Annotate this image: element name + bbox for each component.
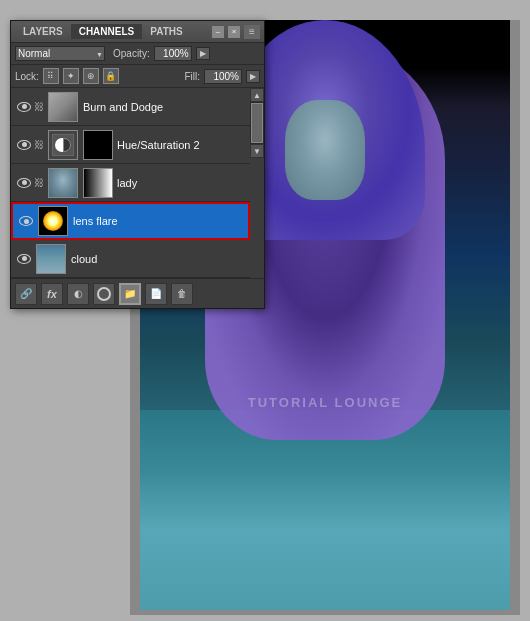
- eye-pupil: [22, 180, 27, 185]
- layer-thumb-cloud: [36, 244, 66, 274]
- water-layer: [140, 410, 510, 610]
- adjustment-layer-btn[interactable]: ◐: [67, 283, 89, 305]
- eye-pupil: [24, 219, 29, 224]
- thumb-cloud-visual: [37, 245, 65, 273]
- thumb-lady-visual: [49, 169, 77, 197]
- visibility-icon-hue[interactable]: [15, 136, 33, 154]
- lock-position-btn[interactable]: ✦: [63, 68, 79, 84]
- tab-channels[interactable]: CHANNELS: [71, 24, 143, 39]
- lock-label: Lock:: [15, 71, 39, 82]
- mask-grad-visual: [84, 169, 112, 197]
- delete-layer-btn[interactable]: 🗑: [171, 283, 193, 305]
- layer-item-burn-and-dodge[interactable]: ⛓ Burn and Dodge: [11, 88, 250, 126]
- layer-name-lens: lens flare: [71, 215, 244, 227]
- adjustment-icon: ◐: [74, 288, 83, 299]
- panel-titlebar: LAYERS CHANNELS PATHS – × ≡: [11, 21, 264, 43]
- link-layers-btn[interactable]: 🔗: [15, 283, 37, 305]
- scrollbar: ▲ ▼: [250, 88, 264, 158]
- layer-name-burn: Burn and Dodge: [81, 101, 246, 113]
- panel-window-controls: – × ≡: [212, 25, 260, 39]
- lens-glow-visual: [43, 211, 63, 231]
- mask-black-visual: [84, 131, 112, 159]
- scroll-track: [250, 102, 264, 144]
- lock-pixel-btn[interactable]: ⠿: [43, 68, 59, 84]
- layer-mask-lady: [83, 168, 113, 198]
- layer-item-hue-saturation[interactable]: ⛓ Hue/Saturation 2: [11, 126, 250, 164]
- tab-paths[interactable]: PATHS: [142, 24, 190, 39]
- blend-mode-wrapper: Normal: [15, 46, 105, 61]
- layer-name-lady: lady: [115, 177, 246, 189]
- layer-item-lady[interactable]: ⛓ lady: [11, 164, 250, 202]
- layer-name-cloud: cloud: [69, 253, 246, 265]
- thumb-lens-visual: [39, 207, 67, 235]
- layer-thumb-lady: [48, 168, 78, 198]
- new-layer-btn[interactable]: 📄: [145, 283, 167, 305]
- opacity-input[interactable]: [154, 46, 192, 61]
- opacity-arrow-btn[interactable]: ▶: [196, 47, 210, 60]
- thumb-burn-visual: [49, 93, 77, 121]
- eye-symbol: [17, 178, 31, 188]
- visibility-icon-burn[interactable]: [15, 98, 33, 116]
- lock-row: Lock: ⠿ ✦ ⊕ 🔒 Fill: ▶: [11, 65, 264, 88]
- blend-mode-row: Normal Opacity: ▶: [11, 43, 264, 65]
- chain-icon-hue: ⛓: [33, 136, 45, 154]
- fill-label: Fill:: [184, 71, 200, 82]
- layer-item-cloud[interactable]: cloud: [11, 240, 250, 278]
- eye-pupil: [22, 142, 27, 147]
- layer-thumb-hue: [48, 130, 78, 160]
- eye-pupil: [22, 104, 27, 109]
- link-icon: 🔗: [20, 288, 32, 299]
- panel-toolbar: 🔗 fx ◐ 📁 📄 🗑: [11, 278, 264, 308]
- scroll-thumb[interactable]: [251, 103, 263, 143]
- eye-pupil: [22, 256, 27, 261]
- new-group-btn[interactable]: 📁: [119, 283, 141, 305]
- blend-mode-select[interactable]: Normal: [15, 46, 105, 61]
- lock-all-btn[interactable]: 🔒: [103, 68, 119, 84]
- visibility-icon-lady[interactable]: [15, 174, 33, 192]
- visibility-icon-cloud[interactable]: [15, 250, 33, 268]
- layers-container: ⛓ Burn and Dodge ⛓: [11, 88, 264, 278]
- chain-icon-lady: ⛓: [33, 174, 45, 192]
- mask-btn[interactable]: [93, 283, 115, 305]
- visibility-icon-lens[interactable]: [17, 212, 35, 230]
- layer-item-lens-flare[interactable]: lens flare: [11, 202, 250, 240]
- eye-symbol: [17, 254, 31, 264]
- panel-menu-btn[interactable]: ≡: [244, 25, 260, 39]
- fill-input[interactable]: [204, 69, 242, 84]
- opacity-label: Opacity:: [113, 48, 150, 59]
- lock-move-btn[interactable]: ⊕: [83, 68, 99, 84]
- fill-arrow-btn[interactable]: ▶: [246, 70, 260, 83]
- close-btn[interactable]: ×: [228, 26, 240, 38]
- panel-tabs: LAYERS CHANNELS PATHS: [15, 24, 212, 39]
- eye-symbol: [17, 140, 31, 150]
- eye-symbol: [17, 102, 31, 112]
- layer-thumb-burn: [48, 92, 78, 122]
- chain-icon-burn: ⛓: [33, 98, 45, 116]
- folder-icon: 📁: [124, 288, 136, 299]
- tab-layers[interactable]: LAYERS: [15, 24, 71, 39]
- face-element: [285, 100, 365, 200]
- watermark-text: TUTORIAL LOUNGE: [248, 395, 402, 410]
- effects-icon: fx: [47, 288, 57, 300]
- layer-effects-btn[interactable]: fx: [41, 283, 63, 305]
- trash-icon: 🗑: [177, 288, 187, 299]
- layers-panel: LAYERS CHANNELS PATHS – × ≡ Normal Opaci…: [10, 20, 265, 309]
- layer-mask-hue: [83, 130, 113, 160]
- new-layer-icon: 📄: [150, 288, 162, 299]
- mask-icon: [97, 287, 111, 301]
- eye-symbol: [19, 216, 33, 226]
- minimize-btn[interactable]: –: [212, 26, 224, 38]
- scroll-up-btn[interactable]: ▲: [250, 88, 264, 102]
- scroll-down-btn[interactable]: ▼: [250, 144, 264, 158]
- layer-thumb-lens: [38, 206, 68, 236]
- layer-name-hue: Hue/Saturation 2: [115, 139, 246, 151]
- layers-list: ⛓ Burn and Dodge ⛓: [11, 88, 250, 278]
